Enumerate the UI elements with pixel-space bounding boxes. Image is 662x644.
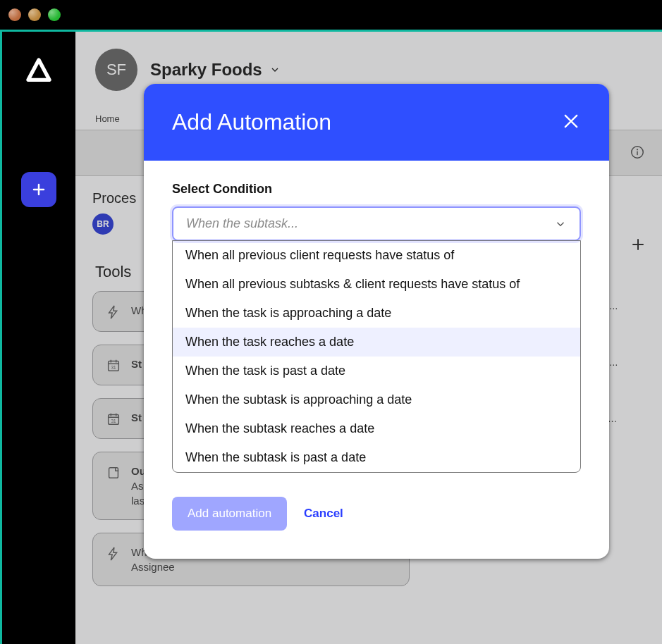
svg-text:31: 31 xyxy=(111,365,116,370)
info-icon[interactable] xyxy=(630,144,645,160)
window-titlebar xyxy=(0,0,662,30)
close-icon xyxy=(561,111,581,131)
condition-dropdown: When all previous client requests have s… xyxy=(172,240,581,473)
modal-title: Add Automation xyxy=(172,109,331,135)
condition-option[interactable]: When the subtask is past a date xyxy=(173,443,580,472)
page-header: SF Sparky Foods xyxy=(75,32,662,91)
chevron-down-icon xyxy=(269,64,281,75)
tool-card-text: St xyxy=(131,410,142,425)
chevron-down-icon xyxy=(554,218,567,230)
fullscreen-window-button[interactable] xyxy=(48,8,61,21)
tool-card-text: St xyxy=(131,357,142,371)
minimize-window-button[interactable] xyxy=(28,8,41,21)
org-name-label: Sparky Foods xyxy=(150,60,262,80)
condition-option[interactable]: When the task is approaching a date xyxy=(173,299,580,328)
condition-option[interactable]: When the subtask is approaching a date xyxy=(173,385,580,414)
svg-text:31: 31 xyxy=(111,419,116,423)
add-automation-button[interactable]: Add automation xyxy=(172,497,287,531)
app-sidebar xyxy=(2,32,75,644)
assignee-avatar[interactable]: BR xyxy=(92,213,114,235)
condition-section-label: Select Condition xyxy=(172,182,581,197)
calendar-icon: 31 xyxy=(106,411,121,427)
add-column-button[interactable] xyxy=(630,236,646,256)
plus-icon xyxy=(630,236,646,253)
condition-option[interactable]: When all previous client requests have s… xyxy=(173,241,580,270)
svg-rect-2 xyxy=(637,151,637,156)
svg-rect-7 xyxy=(109,468,118,478)
add-automation-modal: Add Automation Select Condition When the… xyxy=(144,84,609,559)
plus-icon xyxy=(30,181,47,198)
new-item-button[interactable] xyxy=(21,172,56,207)
modal-close-button[interactable] xyxy=(561,111,581,134)
close-window-button[interactable] xyxy=(8,8,21,21)
modal-header: Add Automation xyxy=(144,84,609,161)
condition-placeholder: When the subtask... xyxy=(186,216,298,231)
svg-point-1 xyxy=(637,149,638,150)
condition-option[interactable]: When all previous subtasks & client requ… xyxy=(173,270,580,299)
calendar-icon: 31 xyxy=(106,358,121,373)
lightning-icon xyxy=(106,304,121,320)
condition-option[interactable]: When the task reaches a date xyxy=(173,328,580,357)
condition-option[interactable]: When the subtask reaches a date xyxy=(173,414,580,443)
condition-option[interactable]: When the task is past a date xyxy=(173,357,580,385)
note-icon xyxy=(106,465,121,481)
org-avatar: SF xyxy=(95,49,137,91)
app-logo xyxy=(25,56,53,87)
process-label: Proces xyxy=(92,190,136,206)
cancel-button[interactable]: Cancel xyxy=(304,507,343,521)
condition-select[interactable]: When the subtask... xyxy=(172,206,581,241)
org-switcher[interactable]: Sparky Foods xyxy=(150,60,281,80)
lightning-icon xyxy=(106,546,121,562)
